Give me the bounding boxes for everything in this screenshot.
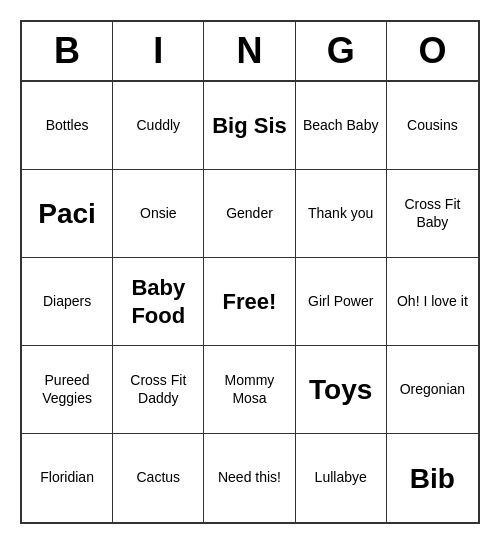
bingo-cell: Need this! — [204, 434, 295, 522]
bingo-cell: Floridian — [22, 434, 113, 522]
bingo-cell: Cross Fit Daddy — [113, 346, 204, 434]
bingo-cell: Baby Food — [113, 258, 204, 346]
header-letter: B — [22, 22, 113, 80]
bingo-cell: Bib — [387, 434, 478, 522]
bingo-cell: Paci — [22, 170, 113, 258]
bingo-cell: Bottles — [22, 82, 113, 170]
bingo-cell: Oregonian — [387, 346, 478, 434]
bingo-cell: Diapers — [22, 258, 113, 346]
bingo-card: BINGO BottlesCuddlyBig SisBeach BabyCous… — [20, 20, 480, 524]
header-letter: I — [113, 22, 204, 80]
bingo-grid: BottlesCuddlyBig SisBeach BabyCousinsPac… — [22, 82, 478, 522]
header-letter: N — [204, 22, 295, 80]
bingo-cell: Mommy Mosa — [204, 346, 295, 434]
bingo-cell: Girl Power — [296, 258, 387, 346]
bingo-cell: Cactus — [113, 434, 204, 522]
bingo-cell: Toys — [296, 346, 387, 434]
bingo-cell: Lullabye — [296, 434, 387, 522]
bingo-cell: Oh! I love it — [387, 258, 478, 346]
bingo-cell: Cuddly — [113, 82, 204, 170]
bingo-cell: Pureed Veggies — [22, 346, 113, 434]
bingo-cell: Big Sis — [204, 82, 295, 170]
bingo-cell: Free! — [204, 258, 295, 346]
bingo-header: BINGO — [22, 22, 478, 82]
bingo-cell: Beach Baby — [296, 82, 387, 170]
bingo-cell: Thank you — [296, 170, 387, 258]
bingo-cell: Cousins — [387, 82, 478, 170]
header-letter: G — [296, 22, 387, 80]
bingo-cell: Onsie — [113, 170, 204, 258]
bingo-cell: Cross Fit Baby — [387, 170, 478, 258]
header-letter: O — [387, 22, 478, 80]
bingo-cell: Gender — [204, 170, 295, 258]
